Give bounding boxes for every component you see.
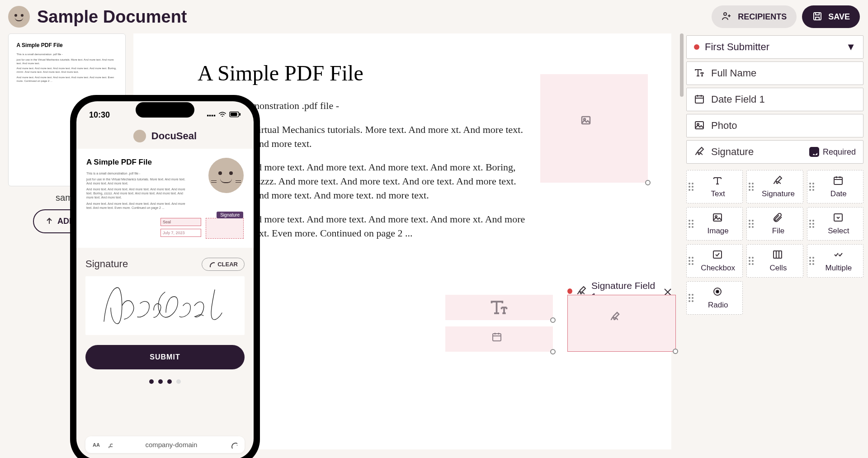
phone-mockup: 10:30 ▪▪▪▪ DocuSeal A Simple PDF File Th…: [70, 95, 260, 458]
phone-doc-p: And more text. And more text. And more t…: [86, 202, 190, 210]
close-icon[interactable]: [662, 287, 671, 296]
dot-active: [167, 379, 172, 384]
save-label: SAVE: [828, 12, 850, 22]
seal-logo-icon: [133, 130, 146, 142]
dot-active: [158, 379, 163, 384]
scrollbar-thumb[interactable]: [680, 33, 684, 97]
phone-mini-seal-field: Seal: [160, 218, 201, 226]
calendar-icon: [694, 94, 706, 105]
refresh-icon[interactable]: [230, 441, 237, 449]
phone-signature-title: Signature: [85, 258, 128, 270]
date-field-overlay[interactable]: [445, 326, 553, 352]
phone-brand-name: DocuSeal: [151, 130, 197, 142]
fields-panel: First Submitter ▼ Full Name Date Field 1…: [684, 33, 868, 456]
resize-handle[interactable]: [673, 349, 678, 354]
phone-notch: [136, 102, 194, 118]
phone-screen: 10:30 ▪▪▪▪ DocuSeal A Simple PDF File Th…: [76, 101, 254, 458]
phone-page-dots: [85, 379, 245, 384]
submitter-dot-icon: [567, 288, 572, 294]
phone-url-bar[interactable]: AA company-domain: [85, 436, 245, 453]
text-icon: [694, 67, 706, 79]
phone-submit-label: SUBMIT: [150, 353, 180, 361]
required-label: Required: [823, 147, 856, 157]
header-left: Sample Document: [8, 6, 187, 28]
field-type-radio[interactable]: Radio: [686, 281, 743, 315]
cells-icon: [772, 249, 784, 261]
submitter-dot-icon: [694, 44, 699, 50]
field-type-select[interactable]: Select: [807, 207, 863, 241]
phone-clear-button[interactable]: CLEAR: [202, 258, 245, 271]
drag-handle-icon: [689, 257, 693, 265]
paperclip-icon: [772, 212, 784, 224]
phone-doc-title: A Simple PDF File: [86, 158, 202, 167]
phone-mini-date-field: July 7, 2023: [160, 229, 201, 237]
field-type-signature[interactable]: Signature: [746, 170, 803, 203]
checkbox-checked-icon: [809, 147, 819, 157]
drag-handle-icon: [689, 294, 693, 302]
drag-handle-icon: [809, 220, 814, 228]
phone-signature-pad[interactable]: [85, 276, 245, 335]
image-field-overlay[interactable]: [540, 74, 648, 183]
handwritten-signature: [97, 281, 233, 331]
signature-icon: [694, 146, 706, 158]
phone-submit-button[interactable]: SUBMIT: [85, 345, 245, 369]
field-type-cells[interactable]: Cells: [746, 244, 803, 278]
phone-app-brand: DocuSeal: [76, 123, 254, 149]
cellular-icon: ▪▪▪▪: [207, 112, 216, 119]
chevron-down-icon: ▼: [846, 41, 856, 53]
svg-rect-12: [231, 113, 237, 116]
drag-handle-icon: [689, 220, 693, 228]
field-item-fullname[interactable]: Full Name: [686, 61, 863, 85]
phone-clear-label: CLEAR: [217, 261, 238, 268]
multiple-icon: [833, 249, 844, 261]
field-name-input[interactable]: [711, 146, 779, 158]
page-p1: monstration .pdf file -: [252, 99, 532, 113]
text-size-icon: AA: [93, 442, 100, 448]
field-label: Date Field 1: [711, 94, 765, 105]
refresh-icon: [208, 261, 215, 267]
dot-active: [149, 379, 154, 384]
field-item-photo[interactable]: Photo: [686, 114, 863, 137]
text-icon: [489, 297, 509, 317]
image-icon: [580, 115, 608, 142]
scrollbar[interactable]: [680, 33, 684, 456]
image-icon: [712, 212, 724, 224]
signature-field-overlay[interactable]: [567, 295, 676, 352]
phone-avatar-seal-icon: [208, 158, 244, 193]
field-item-signature-active[interactable]: Required: [686, 140, 863, 164]
phone-document-card: A Simple PDF File This is a small demons…: [76, 149, 254, 248]
drag-handle-icon: [749, 220, 754, 228]
image-icon: [694, 120, 706, 132]
field-types-palette: Text Signature Date Image File Select: [686, 170, 863, 315]
field-type-image[interactable]: Image: [686, 207, 743, 241]
drag-handle-icon: [689, 183, 693, 191]
resize-handle[interactable]: [550, 349, 556, 354]
svg-rect-13: [239, 113, 241, 116]
calendar-icon: [491, 331, 507, 347]
checkbox-icon: [712, 249, 724, 261]
phone-mini-sig-tag: Signature: [217, 212, 243, 218]
select-icon: [833, 212, 844, 224]
required-toggle[interactable]: Required: [809, 147, 856, 157]
phone-mini-fields: Seal July 7, 2023 Signature: [86, 218, 244, 239]
phone-signature-section: Signature CLEAR SUBMIT: [76, 248, 254, 389]
text-field-overlay[interactable]: [445, 295, 553, 320]
phone-time: 10:30: [89, 110, 110, 120]
save-button[interactable]: SAVE: [802, 5, 860, 28]
submitter-selector[interactable]: First Submitter ▼: [686, 35, 863, 59]
field-type-file[interactable]: File: [746, 207, 803, 241]
field-label: Full Name: [711, 67, 756, 79]
text-icon: [712, 175, 724, 187]
app-header: Sample Document RECIPIENTS SAVE: [0, 0, 868, 33]
recipients-button[interactable]: RECIPIENTS: [712, 5, 797, 28]
resize-handle[interactable]: [550, 317, 556, 323]
field-type-multiple[interactable]: Multiple: [807, 244, 863, 278]
phone-mini-signature-field: Signature: [206, 218, 244, 239]
phone-mini-stack: Seal July 7, 2023: [160, 218, 201, 239]
field-type-checkbox[interactable]: Checkbox: [686, 244, 743, 278]
resize-handle[interactable]: [645, 180, 651, 185]
thumb-title: A Simple PDF File: [17, 42, 117, 48]
field-item-date[interactable]: Date Field 1: [686, 88, 863, 111]
field-type-text[interactable]: Text: [686, 170, 743, 203]
field-type-date[interactable]: Date: [807, 170, 863, 203]
